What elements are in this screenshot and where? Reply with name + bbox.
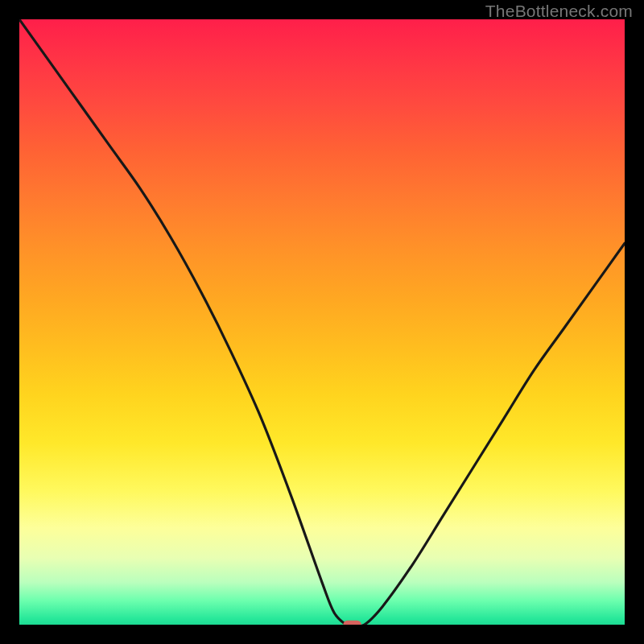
bottleneck-curve bbox=[19, 19, 625, 625]
chart-svg bbox=[19, 19, 625, 625]
plot-area bbox=[19, 19, 625, 625]
chart-frame: TheBottleneck.com bbox=[0, 0, 644, 644]
watermark-text: TheBottleneck.com bbox=[485, 2, 633, 21]
minimum-marker bbox=[343, 621, 361, 625]
